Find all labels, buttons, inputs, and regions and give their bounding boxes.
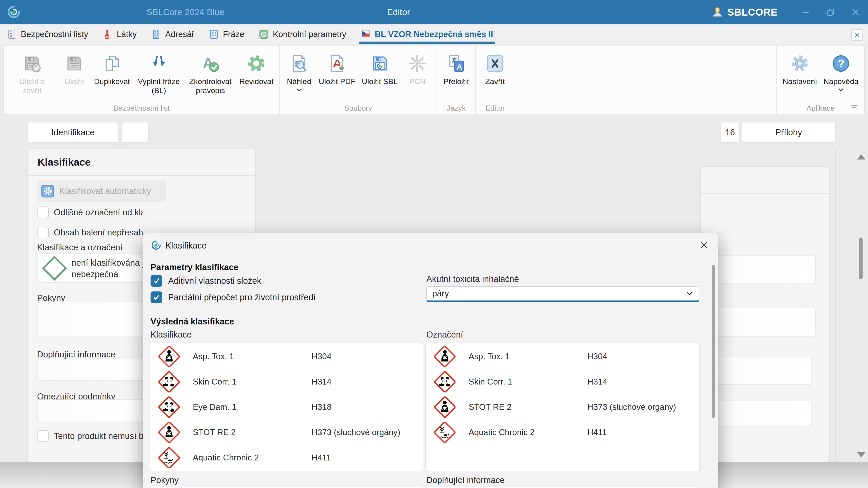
save-button[interactable]: Uložit xyxy=(58,50,91,87)
labelling-list: Asp. Tox. 1 H304 xyxy=(426,342,700,471)
check-icon xyxy=(153,293,160,301)
account-label: SBLCORE xyxy=(727,6,778,18)
close-window-icon xyxy=(850,7,861,17)
ribbon-group-editor: Zavřít Editor xyxy=(475,46,514,114)
maximize-button[interactable] xyxy=(818,0,843,24)
labelling-row[interactable]: Aquatic Chronic 2 H411 xyxy=(426,420,700,445)
bg-pokyny-field[interactable] xyxy=(37,302,144,336)
button-label: Přeložit xyxy=(443,77,469,86)
revise-gear-icon xyxy=(247,54,266,73)
tab-label: BL VZOR Nebezpečná směs II xyxy=(375,30,493,39)
section-tab-identification[interactable]: Identifikace xyxy=(27,122,119,143)
tab-phrases[interactable]: Fráze xyxy=(209,24,244,44)
hazard-statement-code: H318 xyxy=(311,402,331,412)
save-and-close-button[interactable]: Uložit a zavřít xyxy=(6,50,58,96)
chevron-down-icon xyxy=(837,88,844,92)
tab-document-bl-vzor[interactable]: BL VZOR Nebezpečná směs II xyxy=(360,24,493,44)
close-editor-button[interactable]: Zavřít xyxy=(478,50,512,87)
checkbox-partial[interactable]: Parciální přepočet pro životní prostředí xyxy=(151,291,316,303)
sblcore-logo-icon xyxy=(6,4,21,20)
ribbon-collapse-icon xyxy=(850,104,859,110)
hazard-statement-code: H411 xyxy=(587,428,607,437)
phrases-book-icon xyxy=(209,29,219,40)
checkbox-additive[interactable]: Aditivní vlastnosti složek xyxy=(151,275,261,287)
button-label: Uložit SBL xyxy=(362,77,398,86)
duplicate-button[interactable]: Duplikovat xyxy=(91,50,133,87)
hazard-class-name: Asp. Tox. 1 xyxy=(193,352,311,361)
classification-row[interactable]: Eye Dam. 1 H318 xyxy=(150,394,423,420)
button-label: Revidovat xyxy=(239,77,274,86)
ribbon-collapse-button[interactable] xyxy=(850,104,859,111)
auto-classify-button[interactable]: Klasifikovat automaticky xyxy=(37,180,166,202)
preview-icon xyxy=(289,54,309,73)
not-dangerous-diamond-icon xyxy=(42,256,67,281)
ribbon-group-safety-sheet: Uložit a zavřít Uložit Duplikovat xyxy=(4,46,279,114)
title-bar: SBLCore 2024 Blue Editor SBLCORE xyxy=(0,0,868,24)
section-tab-partial[interactable] xyxy=(121,122,149,143)
save-sbl-button[interactable]: Uložit SBL xyxy=(359,50,401,87)
scrollbar-down-arrow[interactable] xyxy=(857,452,865,458)
labelling-row[interactable]: STOT RE 2 H373 (sluchové orgány) xyxy=(426,394,700,420)
bg-additional-info-field[interactable] xyxy=(37,359,144,381)
czech-flag-icon xyxy=(360,29,371,40)
fill-phrases-button[interactable]: Vyplnit fráze (BL) xyxy=(133,50,185,96)
help-button[interactable]: ? Nápověda xyxy=(820,50,862,94)
button-label: Uložit xyxy=(65,77,84,86)
ghs-pictogram xyxy=(158,345,180,368)
checkbox-different-labelling[interactable]: Odlišné označení od klas xyxy=(37,206,143,218)
tab-label: Látky xyxy=(117,30,136,39)
labelling-row[interactable]: Asp. Tox. 1 H304 xyxy=(426,344,700,369)
checkbox-product-no-sds[interactable]: Tento produkt nemusí bý xyxy=(37,430,143,442)
minimize-button[interactable] xyxy=(794,0,818,24)
translate-button[interactable]: A Přeložit xyxy=(440,50,473,87)
close-window-button[interactable] xyxy=(843,0,868,24)
hazard-class-name: Aquatic Chronic 2 xyxy=(193,453,311,462)
save-icon xyxy=(65,54,84,73)
hazard-statement-code: H373 (sluchové orgány) xyxy=(587,402,676,412)
euh-code[interactable]: EUH208 xyxy=(426,487,700,488)
revise-button[interactable]: Revidovat xyxy=(236,50,277,87)
close-tab-button[interactable] xyxy=(851,29,863,41)
precautionary-statements-panel: P260P280P301+P330+P331P303+P361+P353 P30… xyxy=(150,487,423,488)
svg-text:A: A xyxy=(457,63,463,71)
spellcheck-button[interactable]: A Zkontrolovat pravopis xyxy=(185,50,236,96)
ghs09-environment-icon xyxy=(434,421,456,444)
classification-row[interactable]: Aquatic Chronic 2 H411 xyxy=(150,445,423,470)
safety-sheets-icon xyxy=(6,29,17,40)
classification-dialog: Klasifikace Parametry klasifikace Aditiv… xyxy=(143,233,718,488)
dialog-close-button[interactable] xyxy=(699,240,709,250)
checkbox-box xyxy=(37,430,49,442)
dialog-scrollbar-thumb[interactable] xyxy=(712,265,715,418)
pcn-button[interactable]: PCN xyxy=(401,50,434,87)
section-card-header: Klasifikace xyxy=(28,149,255,176)
ribbon-group-application: Nastavení ? Nápověda Aplikace xyxy=(776,46,864,114)
section-tab-16[interactable]: 16 xyxy=(721,122,740,143)
ghs08-health-hazard-icon xyxy=(158,421,180,444)
classification-row[interactable]: Skin Corr. 1 H314 xyxy=(150,369,423,394)
ghs-pictogram xyxy=(158,421,180,444)
preview-button[interactable]: Náhled xyxy=(283,50,315,94)
checkbox-package-content[interactable]: Obsah balení nepřesahuj xyxy=(37,227,143,238)
tab-control-parameters[interactable]: Kontrolní parametry xyxy=(258,24,346,44)
classification-row[interactable]: Asp. Tox. 1 H304 xyxy=(150,344,423,369)
scrollbar-thumb[interactable] xyxy=(859,238,863,279)
tab-address-book[interactable]: Adresář xyxy=(151,24,195,44)
settings-button[interactable]: Nastavení xyxy=(779,50,820,87)
checkbox-label: Aditivní vlastnosti složek xyxy=(168,276,261,286)
inhalation-select[interactable]: páry xyxy=(426,286,700,302)
ghs-pictogram xyxy=(158,370,180,393)
additional-info-panel: EUH208 xyxy=(426,487,700,488)
bg-limiting-conditions-field[interactable] xyxy=(37,399,144,422)
classification-row[interactable]: STOT RE 2 H373 (sluchové orgány) xyxy=(150,420,423,445)
tab-safety-data-sheets[interactable]: Bezpečnostní listy xyxy=(6,24,88,44)
scrollbar-up-arrow[interactable] xyxy=(857,154,865,160)
tab-substances[interactable]: Látky xyxy=(102,24,136,44)
save-pdf-button[interactable]: Uložit PDF xyxy=(315,50,359,87)
account-button[interactable]: SBLCORE xyxy=(712,6,778,18)
ribbon: Uložit a zavřít Uložit Duplikovat xyxy=(3,46,865,114)
help-icon: ? xyxy=(831,54,850,73)
labelling-row[interactable]: Skin Corr. 1 H314 xyxy=(426,369,700,394)
auto-classify-label: Klasifikovat automaticky xyxy=(59,186,151,196)
sbl-save-icon xyxy=(370,54,390,73)
section-tab-attachments[interactable]: Přílohy xyxy=(742,122,835,143)
